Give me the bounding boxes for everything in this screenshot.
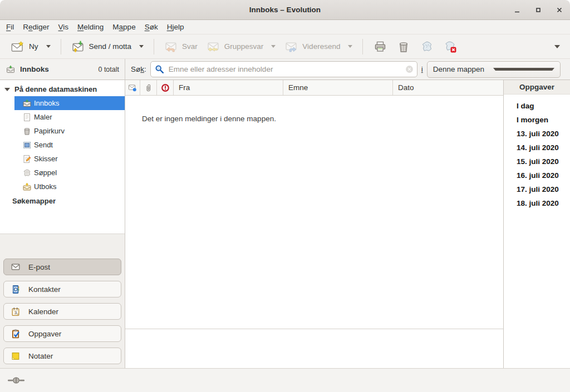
search-label: Søk:	[131, 65, 146, 73]
online-status-button[interactable]	[7, 375, 25, 385]
toolbar-separator	[154, 39, 154, 54]
attachment-icon	[144, 83, 153, 92]
folder-skisser[interactable]: Skisser	[0, 152, 125, 166]
chevron-down-icon	[493, 68, 554, 71]
toolbar: Ny Send / motta Svar Gruppesvar	[0, 34, 570, 59]
switcher-calendar-button[interactable]: 3 Kalender	[3, 303, 121, 320]
folder-maler[interactable]: Maler	[0, 110, 125, 124]
window-title: Innboks – Evolution	[249, 6, 321, 14]
trash-icon	[22, 127, 32, 136]
message-list-body[interactable]: Det er ingen meldinger i denne mappen.	[125, 96, 503, 329]
menu-item-hjelp[interactable]: Hjelp	[163, 21, 189, 33]
folder-utboks[interactable]: Utboks	[0, 180, 125, 193]
search-in-label: i	[421, 65, 423, 73]
send-receive-dropdown-icon[interactable]	[139, 45, 144, 48]
view-switcher: E-post Kontakter 3 Kalender	[0, 234, 125, 368]
preview-pane[interactable]	[125, 329, 503, 368]
message-count: 0 totalt	[98, 66, 119, 73]
column-subject[interactable]: Emne	[283, 80, 393, 95]
folder-innboks[interactable]: Innboks	[14, 96, 125, 110]
tasks-date-list: I dag I morgen 13. juli 2020 14. juli 20…	[504, 95, 570, 210]
toolbar-separator	[61, 39, 61, 54]
switcher-contacts-button[interactable]: Kontakter	[3, 281, 121, 297]
tree-root-on-this-computer[interactable]: På denne datamaskinen	[0, 82, 125, 96]
menu-item-sok[interactable]: Søk	[140, 21, 163, 33]
junk-button[interactable]	[415, 38, 439, 56]
menu-item-vis[interactable]: Vis	[54, 21, 73, 33]
folder-papirkurv[interactable]: Papirkurv	[0, 124, 125, 138]
window-controls	[512, 0, 564, 20]
notes-icon	[11, 351, 21, 361]
menu-item-fil[interactable]: Fil	[2, 21, 18, 33]
maximize-button[interactable]	[533, 5, 543, 15]
drafts-icon	[22, 155, 32, 163]
minimize-button[interactable]	[512, 5, 522, 15]
search-scope-dropdown[interactable]: Denne mappen	[427, 61, 561, 78]
calendar-icon: 3	[11, 307, 21, 316]
sidebar: På denne datamaskinen Innboks Maler	[0, 80, 125, 368]
message-list-header: Fra Emne Dato	[125, 80, 503, 96]
read-status-icon	[128, 83, 137, 92]
titlebar[interactable]: Innboks – Evolution	[0, 0, 570, 20]
task-date-row[interactable]: I morgen	[504, 113, 570, 127]
sent-icon	[22, 141, 32, 150]
search-controls: Søk: i Denne mappen	[125, 59, 570, 80]
search-icon	[155, 64, 164, 74]
group-reply-button[interactable]: Gruppesvar	[202, 38, 281, 56]
search-input[interactable]	[150, 61, 417, 77]
forward-icon	[284, 41, 298, 53]
templates-icon	[22, 113, 32, 122]
search-band: Innboks 0 totalt Søk: i Denne mappen	[0, 59, 570, 80]
junk-icon	[420, 41, 434, 53]
statusbar	[0, 368, 570, 392]
task-date-row[interactable]: 16. juli 2020	[504, 168, 570, 182]
toolbar-separator	[362, 39, 363, 54]
close-icon	[556, 6, 563, 14]
menu-item-mappe[interactable]: Mappe	[108, 21, 140, 33]
task-date-row[interactable]: 13. juli 2020	[504, 127, 570, 141]
reply-icon	[164, 41, 178, 53]
tree-root-search-folders[interactable]: Søkemapper	[0, 194, 125, 208]
menubar: Fil Rediger Vis Melding Mappe Søk Hjelp	[0, 20, 570, 34]
online-status-plug-icon	[7, 375, 25, 385]
current-folder-name: Innboks	[20, 65, 94, 73]
inbox-icon	[22, 99, 32, 108]
menu-item-rediger[interactable]: Rediger	[18, 21, 53, 33]
folder-soppel[interactable]: Søppel	[0, 166, 125, 180]
clear-search-icon[interactable]	[405, 65, 414, 73]
send-receive-button[interactable]: Send / motta	[67, 38, 149, 56]
new-message-button[interactable]: Ny	[7, 38, 55, 56]
new-mail-icon	[11, 41, 24, 53]
task-date-row[interactable]: 14. juli 2020	[504, 141, 570, 155]
column-from[interactable]: Fra	[174, 80, 283, 95]
column-priority[interactable]	[157, 80, 174, 95]
content-area: På denne datamaskinen Innboks Maler	[0, 80, 570, 368]
delete-button[interactable]	[392, 38, 415, 56]
switcher-tasks-button[interactable]: Oppgaver	[3, 325, 121, 342]
reply-button[interactable]: Svar	[160, 38, 202, 56]
forward-button[interactable]: Videresend	[280, 38, 357, 56]
tasks-panel-header[interactable]: Oppgaver	[504, 80, 570, 95]
forward-dropdown-icon[interactable]	[348, 45, 352, 48]
group-reply-dropdown-icon[interactable]	[271, 45, 276, 48]
empty-folder-message: Det er ingen meldinger i denne mappen.	[142, 115, 503, 123]
task-date-row[interactable]: 15. juli 2020	[504, 155, 570, 168]
menu-item-melding[interactable]: Melding	[73, 21, 108, 33]
folder-sendt[interactable]: Sendt	[0, 138, 125, 152]
switcher-notes-button[interactable]: Notater	[3, 348, 121, 364]
not-junk-icon	[444, 41, 457, 53]
task-date-row[interactable]: 17. juli 2020	[504, 182, 570, 196]
toolbar-overflow-button[interactable]	[551, 45, 563, 48]
task-date-row[interactable]: 18. juli 2020	[504, 196, 570, 210]
column-attachment[interactable]	[140, 80, 157, 95]
expander-icon[interactable]	[4, 88, 10, 91]
search-scope-value: Denne mappen	[433, 65, 490, 73]
not-junk-button[interactable]	[439, 38, 462, 56]
switcher-mail-button[interactable]: E-post	[3, 259, 121, 275]
print-button[interactable]	[368, 38, 392, 56]
column-date[interactable]: Dato	[393, 80, 503, 95]
close-button[interactable]	[554, 5, 564, 15]
new-dropdown-icon[interactable]	[46, 45, 51, 48]
column-read-status[interactable]	[125, 80, 140, 95]
task-date-row[interactable]: I dag	[504, 99, 570, 113]
